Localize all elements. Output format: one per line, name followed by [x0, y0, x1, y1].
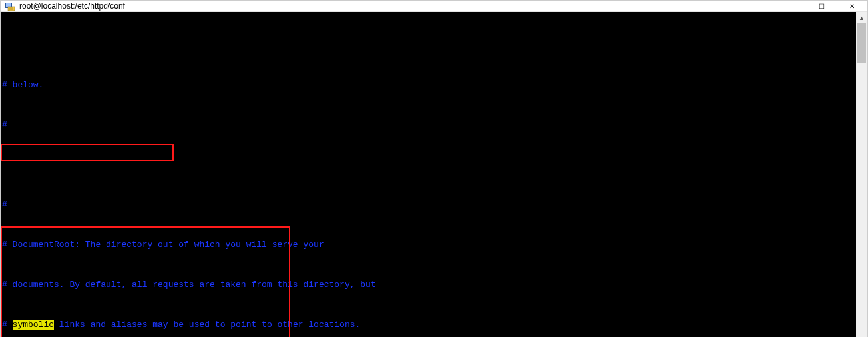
maximize-icon: ☐: [819, 3, 825, 10]
comment-text: #: [2, 120, 7, 130]
comment-text: links and aliases may be used to point t…: [54, 320, 360, 330]
svg-rect-2: [8, 7, 15, 11]
comment-text: # below.: [2, 80, 43, 90]
vertical-scrollbar[interactable]: ▲ ▼: [856, 12, 867, 337]
scroll-thumb[interactable]: [857, 23, 866, 63]
comment-text: # DocumentRoot: The directory out of whi…: [2, 240, 324, 250]
minimize-icon: —: [787, 3, 794, 10]
search-highlight: symbolic: [13, 320, 54, 330]
comment-text: # documents. By default, all requests ar…: [2, 280, 376, 290]
scroll-track[interactable]: [856, 23, 867, 337]
scroll-up-button[interactable]: ▲: [856, 12, 867, 23]
titlebar[interactable]: root@localhost:/etc/httpd/conf — ☐ ✕: [1, 1, 867, 12]
comment-text: #: [2, 320, 13, 330]
putty-icon: [5, 1, 15, 11]
window-controls: — ☐ ✕: [775, 1, 867, 11]
client-area: # below. # # # DocumentRoot: The directo…: [1, 12, 867, 337]
close-button[interactable]: ✕: [837, 1, 867, 11]
comment-text: #: [2, 200, 7, 210]
putty-window: root@localhost:/etc/httpd/conf — ☐ ✕ # b…: [0, 0, 868, 337]
maximize-button[interactable]: ☐: [806, 1, 837, 11]
close-icon: ✕: [849, 3, 855, 10]
minimize-button[interactable]: —: [775, 1, 806, 11]
window-title: root@localhost:/etc/httpd/conf: [19, 1, 775, 11]
terminal[interactable]: # below. # # # DocumentRoot: The directo…: [1, 12, 856, 337]
